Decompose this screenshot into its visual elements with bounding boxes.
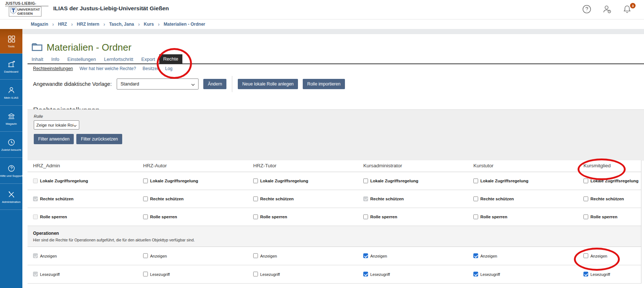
checkbox-lokale-zugriffsregelung-hrz-tutor[interactable]: Lokale Zugriffsregelung (253, 178, 308, 183)
operations-title: Operationen (33, 231, 59, 236)
checkbox-label: Rolle sperren (590, 215, 618, 219)
new-local-role-button[interactable]: Neue lokale Rolle anlegen (238, 79, 298, 89)
checkbox-anzeigen-hrz-autor[interactable]: Anzeigen (143, 254, 167, 258)
checkbox-rolle-sperren-kursmitglied[interactable]: Rolle sperren (583, 214, 618, 219)
sidebar-item-zuletzt-besucht[interactable]: Zuletzt besucht (0, 132, 22, 158)
tab-lernfortschritt[interactable]: Lernfortschritt (100, 55, 137, 63)
checkbox-label: Anzeigen (590, 254, 607, 258)
tab-export[interactable]: Export (137, 55, 159, 63)
bell-icon[interactable]: 3 (622, 4, 632, 14)
sidebar-item-label: Administration (2, 200, 21, 204)
role-column-header-hrz-admin: HRZ_Admin (33, 163, 60, 168)
import-role-button[interactable]: Rolle importieren (303, 79, 345, 89)
tab-einstellungen[interactable]: Einstellungen (63, 55, 100, 63)
sidebar-item-label: Tools (8, 45, 15, 48)
checkbox-lokale-zugriffsregelung-hrz-autor[interactable]: Lokale Zugriffsregelung (143, 178, 198, 183)
sidebar-item-administration[interactable]: Administration (0, 184, 22, 210)
checkbox-box (253, 196, 258, 201)
main-content: Materialien - Ordner InhaltInfoEinstellu… (22, 29, 644, 288)
checkbox-box (583, 178, 588, 183)
checkbox-rechte-schuetzen-kursmitglied[interactable]: Rechte schützen (583, 196, 624, 201)
checkbox-rechte-schuetzen-kurstutor[interactable]: Rechte schützen (473, 196, 514, 201)
sidebar-item-magazin[interactable]: Magazin (0, 106, 22, 132)
breadcrumb-link-materialien-ordner[interactable]: Materialien - Ordner (164, 22, 205, 27)
subtab-besitzer[interactable]: Besitzer (143, 66, 159, 71)
checkbox-lokale-zugriffsregelung-kurstutor[interactable]: Lokale Zugriffsregelung (473, 178, 528, 183)
breadcrumb-link-hrz[interactable]: HRZ (58, 22, 67, 27)
checkbox-lokale-zugriffsregelung-kursmitglied[interactable]: Lokale Zugriffsregelung (583, 178, 638, 183)
checkbox-rolle-sperren-hrz-tutor[interactable]: Rolle sperren (253, 214, 287, 219)
checkbox-box (253, 214, 258, 219)
subtab-bar: RechteeinstellungenWer hat hier welche R… (33, 66, 172, 71)
checkbox-lesezugriff-kursmitglied[interactable]: Lesezugriff (583, 272, 610, 277)
checkbox-rolle-sperren-kursadministrator[interactable]: Rolle sperren (363, 214, 397, 219)
checkbox-box (33, 254, 38, 258)
permission-row-lesezugriff: LesezugriffLesezugriffLesezugriffLesezug… (28, 265, 641, 284)
didactic-template-label: Angewandte didaktische Vorlage: (33, 81, 112, 87)
checkbox-label: Rolle sperren (150, 215, 177, 219)
permission-row-lokale-zugriffsregelung: Lokale ZugriffsregelungLokale Zugriffsre… (28, 172, 641, 190)
checkbox-label: Lokale Zugriffsregelung (40, 179, 88, 183)
checkbox-lesezugriff-hrz-autor[interactable]: Lesezugriff (143, 272, 170, 277)
checkbox-lokale-zugriffsregelung-kursadministrator[interactable]: Lokale Zugriffsregelung (363, 178, 418, 183)
role-column-header-kursadministrator: Kursadministrator (363, 163, 402, 168)
checkbox-label: Anzeigen (260, 254, 277, 258)
checkbox-rechte-schuetzen-hrz-autor[interactable]: Rechte schützen (143, 196, 183, 201)
filter-apply-button[interactable]: Filter anwenden (34, 134, 74, 144)
breadcrumb-link-kurs[interactable]: Kurs (144, 22, 154, 27)
checkbox-label: Anzeigen (370, 254, 387, 258)
logo-text-line2: UNIVERSITAT (17, 8, 40, 12)
sidebar-item-mein-ilias[interactable]: Mein ILIAS (0, 80, 22, 106)
checkbox-anzeigen-hrz-tutor[interactable]: Anzeigen (253, 254, 277, 258)
subtab-rechteeinstellungen[interactable]: Rechteeinstellungen (33, 66, 73, 71)
sidebar-item-tools[interactable]: Tools (0, 29, 22, 54)
breadcrumb-link-magazin[interactable]: Magazin (31, 22, 48, 27)
checkbox-label: Lokale Zugriffsregelung (590, 179, 638, 183)
checkbox-label: Lesezugriff (260, 272, 280, 276)
divider (232, 76, 232, 92)
checkbox-rolle-sperren-hrz-admin: Rolle sperren (33, 214, 67, 219)
checkbox-label: Rechte schützen (480, 197, 514, 201)
change-template-button[interactable]: Ändern (203, 79, 226, 89)
didactic-template-select[interactable]: Standard (117, 79, 199, 90)
checkbox-rechte-schuetzen-kursadministrator: Rechte schützen (363, 196, 404, 201)
role-filter-label: Rolle (34, 114, 43, 119)
breadcrumb-link-tasch-jana[interactable]: Tasch, Jana (109, 22, 134, 27)
checkbox-anzeigen-kursmitglied[interactable]: Anzeigen (583, 254, 607, 258)
breadcrumb-link-hrz-intern[interactable]: HRZ Intern (77, 22, 99, 27)
checkbox-lesezugriff-kursadministrator[interactable]: Lesezugriff (363, 272, 390, 277)
checkbox-box (33, 272, 38, 277)
role-filter-select[interactable]: Zeige nur lokale Rolle (34, 120, 79, 130)
help-icon[interactable] (582, 4, 592, 14)
checkbox-label: Lesezugriff (590, 272, 610, 276)
sidebar: ToolsDashboardMein ILIASMagazinZuletzt b… (0, 29, 22, 288)
permissions-table: HRZ_AdminHRZ-AutorHRZ-TutorKursadministr… (28, 160, 641, 284)
checkbox-box (583, 196, 588, 201)
checkbox-lesezugriff-kurstutor[interactable]: Lesezugriff (473, 272, 500, 277)
checkbox-lesezugriff-hrz-tutor[interactable]: Lesezugriff (253, 272, 280, 277)
checkbox-box (143, 272, 148, 277)
logo-text-line3: GIESSEN (17, 12, 40, 16)
tab-info[interactable]: Info (47, 55, 63, 63)
subtab-log[interactable]: Log (165, 66, 172, 71)
checkbox-rolle-sperren-hrz-autor[interactable]: Rolle sperren (143, 214, 177, 219)
help-icon (7, 164, 16, 173)
filter-reset-button[interactable]: Filter zurücksetzen (76, 134, 122, 144)
sidebar-item-dashboard[interactable]: Dashboard (0, 54, 22, 80)
content-top-strip (22, 29, 644, 34)
role-column-header-hrz-tutor: HRZ-Tutor (253, 163, 276, 168)
checkbox-anzeigen-kursadministrator[interactable]: Anzeigen (363, 254, 387, 258)
checkbox-rechte-schuetzen-hrz-tutor[interactable]: Rechte schützen (253, 196, 294, 201)
tab-inhalt[interactable]: Inhalt (28, 55, 47, 63)
checkbox-rolle-sperren-kurstutor[interactable]: Rolle sperren (473, 214, 507, 219)
role-column-header-kursmitglied: Kursmitglied (583, 163, 611, 168)
tab-rechte[interactable]: Rechte (159, 54, 182, 63)
checkbox-anzeigen-kurstutor[interactable]: Anzeigen (473, 254, 497, 258)
subtab-wer-hat-hier-welche-rechte[interactable]: Wer hat hier welche Rechte? (80, 66, 136, 71)
sidebar-item-hilfe-und-support[interactable]: Hilfe und Support (0, 158, 22, 184)
user-status-icon[interactable] (602, 4, 612, 14)
app-title: ILIAS der Justus-Liebig-Universität Gieß… (53, 5, 169, 12)
sidebar-item-label: Hilfe und Support (0, 174, 22, 178)
chevron-right-icon: › (138, 21, 140, 27)
checkbox-box (583, 254, 588, 258)
